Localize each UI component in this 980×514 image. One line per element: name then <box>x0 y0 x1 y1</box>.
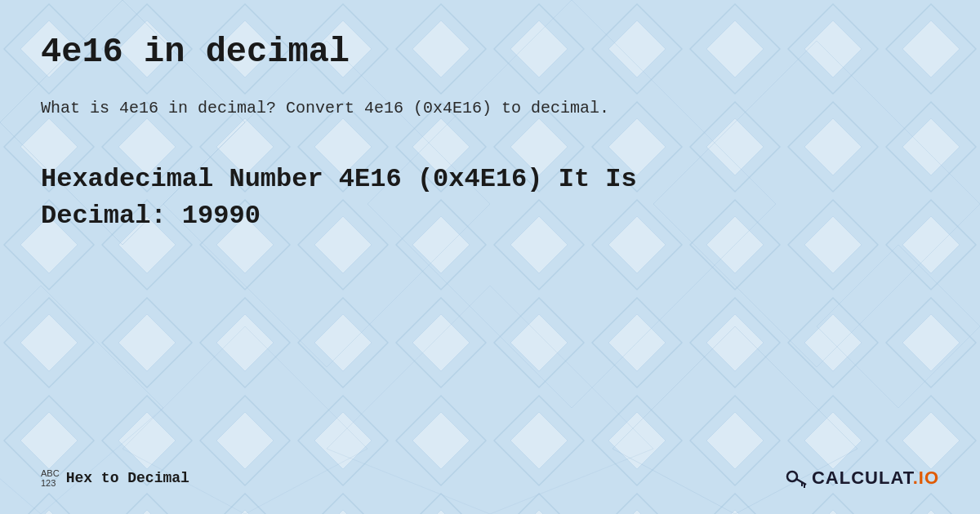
result-line-2: Decimal: 19990 <box>41 198 939 235</box>
svg-point-13 <box>787 472 797 481</box>
page-title: 4e16 in decimal <box>41 33 939 72</box>
abc-123-icon: ABC 123 <box>41 468 60 488</box>
num-label: 123 <box>41 478 60 488</box>
footer-left: ABC 123 Hex to Decimal <box>41 468 189 488</box>
abc-label: ABC <box>41 468 60 478</box>
result-section: Hexadecimal Number 4E16 (0x4E16) It Is D… <box>41 162 939 235</box>
key-icon <box>784 467 807 490</box>
result-line-1: Hexadecimal Number 4E16 (0x4E16) It Is <box>41 162 939 198</box>
footer: ABC 123 Hex to Decimal CALCULAT.IO <box>41 459 939 490</box>
main-content: 4e16 in decimal What is 4e16 in decimal?… <box>0 0 980 514</box>
logo-area: CALCULAT.IO <box>784 467 939 490</box>
logo-part2: .IO <box>913 467 939 488</box>
logo-part1: CALCULAT <box>812 467 913 488</box>
description-text: What is 4e16 in decimal? Convert 4e16 (0… <box>41 96 939 121</box>
footer-label: Hex to Decimal <box>66 470 189 486</box>
result-text: Hexadecimal Number 4E16 (0x4E16) It Is D… <box>41 162 939 235</box>
logo-text: CALCULAT.IO <box>812 467 939 489</box>
